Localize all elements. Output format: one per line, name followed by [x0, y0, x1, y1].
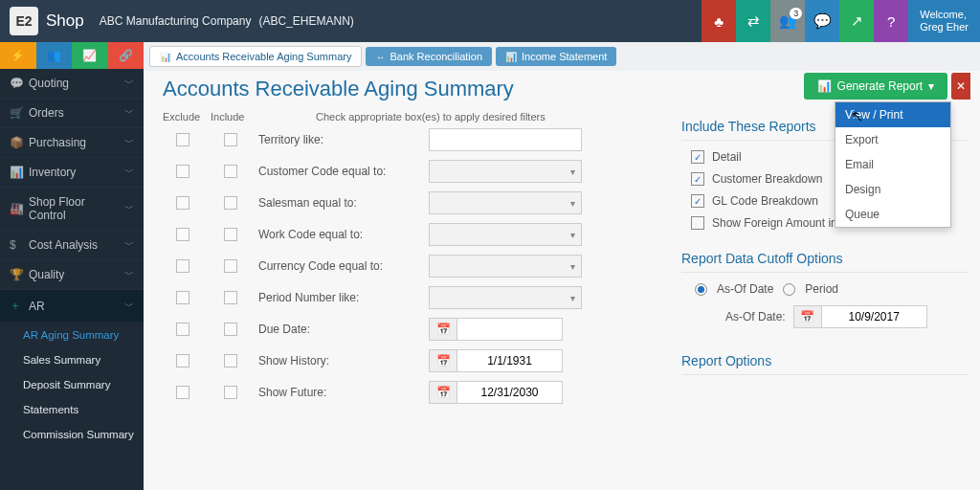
col-exclude: Exclude — [163, 111, 203, 122]
sidebar-item-purchasing[interactable]: 📦Purchasing﹀ — [0, 128, 144, 158]
exclude-checkbox[interactable] — [176, 165, 189, 178]
filter-row: Salesman equal to:▾ — [163, 191, 662, 214]
filter-label: Show Future: — [258, 386, 421, 399]
close-button[interactable]: ✕ — [951, 73, 970, 100]
asof-label: As-Of Date: — [725, 310, 786, 323]
sidebar-subitem[interactable]: Sales Summary — [0, 347, 144, 372]
report-checkbox[interactable] — [691, 194, 704, 208]
filter-row: Show Future:📅 — [163, 381, 662, 404]
sidebar-item-shop-floor-control[interactable]: 🏭Shop Floor Control﹀ — [0, 188, 144, 231]
calendar-icon[interactable]: 📅 — [429, 381, 457, 404]
topbar-users[interactable]: 👥3 — [770, 0, 805, 42]
chevron-down-icon: ﹀ — [124, 268, 134, 281]
topbar-user[interactable]: Welcome, Greg Eher — [908, 0, 980, 42]
filter-dropdown[interactable]: ▾ — [429, 223, 582, 246]
filter-label: Work Code equal to: — [258, 228, 421, 241]
filter-date-input[interactable] — [457, 349, 563, 372]
exclude-checkbox[interactable] — [176, 354, 189, 368]
sidebar-item-ar[interactable]: ＋AR﹀ — [0, 290, 144, 323]
page: Accounts Receivable Aging Summary 📊 Gene… — [144, 71, 980, 490]
nav-icon: 💬 — [10, 77, 29, 90]
calendar-icon[interactable]: 📅 — [429, 318, 457, 341]
report-checkbox[interactable] — [691, 216, 704, 230]
filter-dropdown[interactable]: ▾ — [429, 286, 582, 309]
calendar-icon[interactable]: 📅 — [429, 349, 457, 372]
sidebar-subitem[interactable]: Commission Summary — [0, 422, 144, 447]
tab[interactable]: ↔Bank Reconciliation — [366, 47, 492, 66]
quick-action-1[interactable]: ⚡ — [0, 42, 36, 69]
sidebar-item-cost-analysis[interactable]: $Cost Analysis﹀ — [0, 231, 144, 260]
quick-action-3[interactable]: 📈 — [72, 42, 108, 69]
quick-action-2[interactable]: 👥 — [36, 42, 73, 69]
tab[interactable]: 📊Accounts Receivable Aging Summary — [149, 46, 362, 67]
exclude-checkbox[interactable] — [176, 323, 189, 336]
filter-dropdown[interactable]: ▾ — [429, 160, 582, 183]
sidebar-subitem[interactable]: AR Aging Summary — [0, 323, 144, 347]
dropdown-item[interactable]: Export — [835, 127, 950, 152]
exclude-checkbox[interactable] — [176, 133, 189, 146]
quick-actions: ⚡ 👥 📈 🔗 — [0, 42, 144, 69]
sidebar-subitem[interactable]: Deposit Summary — [0, 372, 144, 397]
filter-row: Period Number like:▾ — [163, 286, 662, 309]
topbar-action-2[interactable]: ⇄ — [736, 0, 770, 42]
dropdown-item[interactable]: Email — [835, 152, 950, 177]
exclude-checkbox[interactable] — [176, 259, 189, 273]
filter-text-input[interactable] — [429, 128, 582, 151]
filter-label: Period Number like: — [258, 291, 421, 304]
sidebar-item-inventory[interactable]: 📊Inventory﹀ — [0, 158, 144, 188]
chevron-down-icon: ﹀ — [124, 77, 134, 90]
tab-label: Accounts Receivable Aging Summary — [176, 51, 351, 62]
topbar-help-icon[interactable]: ? — [874, 0, 908, 42]
company-name: ABC Manufacturing Company — [100, 14, 252, 28]
dropdown-item[interactable]: Queue — [835, 202, 950, 227]
filter-date-input[interactable] — [457, 381, 563, 404]
filters-panel: Exclude Include Check appropriate box(es… — [163, 111, 662, 412]
radio-asof[interactable] — [695, 283, 707, 296]
topbar-action-1[interactable]: ♣ — [702, 0, 736, 42]
asof-calendar-icon[interactable]: 📅 — [793, 305, 822, 328]
include-checkbox[interactable] — [224, 386, 237, 399]
asof-date-input[interactable] — [822, 305, 927, 328]
filter-date-input[interactable] — [457, 318, 563, 341]
include-checkbox[interactable] — [224, 323, 237, 336]
topbar-chat-icon[interactable]: 💬 — [805, 0, 839, 42]
generate-report-button[interactable]: 📊 Generate Report ▾ — [804, 73, 947, 100]
tab[interactable]: 📊Income Statement — [496, 47, 616, 66]
filter-label: Currency Code equal to: — [258, 259, 421, 273]
dropdown-item[interactable]: View / Print — [835, 102, 950, 127]
filter-label: Salesman equal to: — [258, 196, 421, 210]
filter-dropdown[interactable]: ▾ — [429, 191, 582, 214]
filter-dropdown[interactable]: ▾ — [429, 255, 582, 278]
exclude-checkbox[interactable] — [176, 386, 189, 399]
chevron-down-icon: ﹀ — [124, 202, 134, 215]
sidebar-item-quoting[interactable]: 💬Quoting﹀ — [0, 69, 144, 99]
sidebar-item-orders[interactable]: 🛒Orders﹀ — [0, 99, 144, 128]
welcome-label: Welcome, — [920, 9, 967, 21]
include-checkbox[interactable] — [224, 259, 237, 273]
include-checkbox[interactable] — [224, 228, 237, 241]
top-bar: E2 Shop ABC Manufacturing Company (ABC_E… — [0, 0, 980, 42]
exclude-checkbox[interactable] — [176, 196, 189, 210]
include-checkbox[interactable] — [224, 354, 237, 368]
nav-label: Purchasing — [29, 136, 124, 149]
radio-period[interactable] — [783, 283, 795, 296]
include-checkbox[interactable] — [224, 291, 237, 304]
topbar-badge: 3 — [790, 8, 802, 19]
include-checkbox[interactable] — [224, 196, 237, 210]
topbar-external-icon[interactable]: ↗ — [839, 0, 874, 42]
include-checkbox[interactable] — [224, 133, 237, 146]
include-checkbox[interactable] — [224, 165, 237, 178]
chevron-down-icon: ﹀ — [124, 166, 134, 179]
sidebar-subitem[interactable]: Statements — [0, 397, 144, 422]
sidebar-item-quality[interactable]: 🏆Quality﹀ — [0, 260, 144, 290]
dropdown-item[interactable]: Design — [835, 177, 950, 202]
nav-icon: 🏭 — [10, 202, 29, 215]
filter-row: Show History:📅 — [163, 349, 662, 372]
nav-label: Quality — [29, 268, 124, 281]
quick-action-4[interactable]: 🔗 — [108, 42, 145, 69]
report-checkbox[interactable] — [691, 150, 704, 164]
report-checkbox[interactable] — [691, 172, 704, 186]
exclude-checkbox[interactable] — [176, 291, 189, 304]
exclude-checkbox[interactable] — [176, 228, 189, 241]
radio-asof-label: As-Of Date — [717, 282, 773, 296]
